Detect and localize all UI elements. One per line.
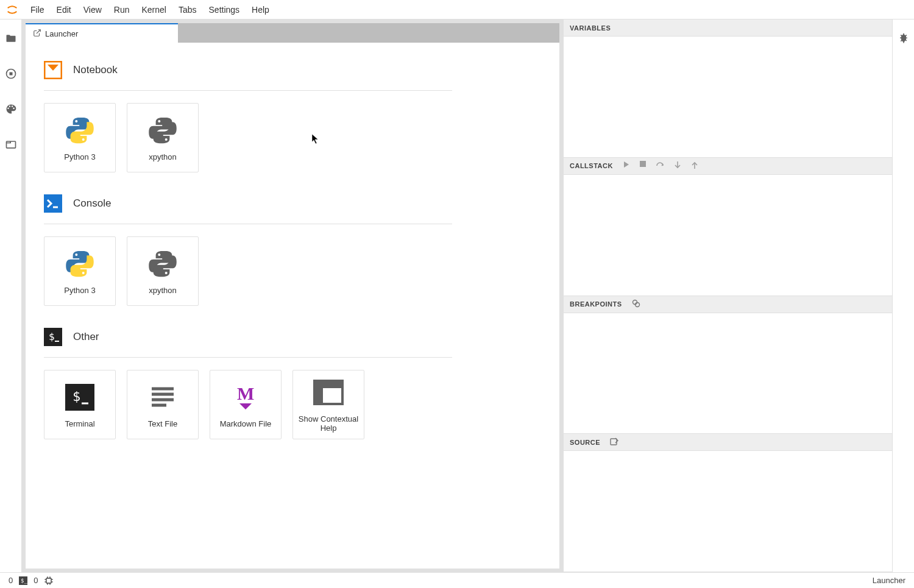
status-terminals-count[interactable]: 0 <box>34 576 38 585</box>
main-area: Launcher Notebook <box>0 19 914 572</box>
dock-panel: Launcher Notebook <box>22 19 914 572</box>
notebook-section-icon <box>44 61 62 79</box>
stop-icon[interactable] <box>640 161 646 171</box>
card-label: xpython <box>146 152 179 161</box>
debug-panel: VARIABLES CALLSTACK <box>563 19 892 572</box>
status-kernel-icon[interactable] <box>44 576 54 586</box>
status-terminal-icon[interactable]: $_ <box>19 576 27 585</box>
debug-callstack-header[interactable]: CALLSTACK <box>564 158 892 175</box>
menu-tabs[interactable]: Tabs <box>172 2 203 17</box>
external-link-icon <box>33 29 41 39</box>
debug-section-title: SOURCE <box>570 439 600 446</box>
text-file-icon <box>148 381 177 413</box>
svg-text:$: $ <box>73 389 80 404</box>
tabs-icon[interactable] <box>2 135 20 154</box>
terminal-icon: $ <box>65 381 94 413</box>
menu-settings[interactable]: Settings <box>203 2 246 17</box>
python-icon <box>64 115 96 146</box>
palette-icon[interactable] <box>2 100 20 118</box>
card-label: Terminal <box>62 419 97 428</box>
section-other-header: $ Other <box>44 328 452 346</box>
debug-section-title: VARIABLES <box>570 24 611 32</box>
svg-text:M: M <box>237 383 254 403</box>
open-source-icon[interactable] <box>610 437 618 447</box>
python-icon <box>64 248 96 280</box>
debug-breakpoints-body <box>564 313 892 434</box>
launcher-card-notebook-python3[interactable]: Python 3 <box>44 103 116 172</box>
menu-edit[interactable]: Edit <box>51 2 77 17</box>
menu-run[interactable]: Run <box>108 2 136 17</box>
card-label: Python 3 <box>62 286 97 295</box>
launcher-card-markdown[interactable]: M Markdown File <box>210 370 282 439</box>
svg-rect-1 <box>9 73 12 76</box>
launcher-card-console-python3[interactable]: Python 3 <box>44 236 116 306</box>
debug-source-header[interactable]: SOURCE <box>564 434 892 451</box>
launcher-card-terminal[interactable]: $ Terminal <box>44 370 116 439</box>
launcher-card-notebook-xpython[interactable]: xpython <box>127 103 199 172</box>
menu-view[interactable]: View <box>77 2 108 17</box>
launcher-panel: Launcher Notebook <box>22 19 563 572</box>
card-label: xpython <box>146 286 179 295</box>
launcher-card-contextual-help[interactable]: Show Contextual Help <box>292 370 364 439</box>
remove-breakpoints-icon[interactable] <box>632 299 640 309</box>
svg-rect-19 <box>314 381 342 388</box>
section-notebook-header: Notebook <box>44 61 452 79</box>
section-console-title: Console <box>73 197 111 210</box>
card-label: Markdown File <box>218 419 274 428</box>
menu-help[interactable]: Help <box>246 2 275 17</box>
svg-text:$_: $_ <box>21 578 27 584</box>
section-notebook-title: Notebook <box>73 64 118 76</box>
tab-label: Launcher <box>45 29 78 38</box>
section-other-title: Other <box>73 331 99 343</box>
xpython-icon <box>147 248 179 280</box>
console-section-icon <box>44 194 62 213</box>
debug-source-body <box>564 451 892 572</box>
launcher-card-textfile[interactable]: Text File <box>127 370 199 439</box>
svg-rect-28 <box>46 578 51 583</box>
section-console-header: Console <box>44 194 452 213</box>
menu-file[interactable]: File <box>24 2 51 17</box>
debug-variables-body <box>564 37 892 157</box>
svg-text:$: $ <box>49 331 55 342</box>
running-icon[interactable] <box>2 65 20 83</box>
continue-icon[interactable] <box>623 161 630 171</box>
card-label: Text File <box>146 419 180 428</box>
svg-point-23 <box>632 300 637 305</box>
markdown-icon: M <box>231 381 260 413</box>
debug-callstack-body <box>564 175 892 296</box>
statusbar: 0 $_ 0 Launcher <box>0 572 914 588</box>
contextual-help-icon <box>313 377 344 408</box>
debug-section-title: CALLSTACK <box>570 162 613 169</box>
step-over-icon[interactable] <box>656 161 664 171</box>
svg-point-24 <box>635 303 639 307</box>
tabbar: Launcher <box>26 23 559 43</box>
debug-variables-header[interactable]: VARIABLES <box>564 19 892 37</box>
step-in-icon[interactable] <box>674 161 681 171</box>
launcher-body: Notebook Python 3 <box>26 43 559 569</box>
xpython-icon <box>147 115 179 146</box>
svg-rect-20 <box>640 161 646 167</box>
left-sidebar <box>0 19 22 572</box>
status-mode[interactable]: Launcher <box>873 576 905 585</box>
menu-kernel[interactable]: Kernel <box>135 2 172 17</box>
card-label: Python 3 <box>62 152 97 161</box>
status-notebooks-count[interactable]: 0 <box>9 576 13 585</box>
other-section-icon: $ <box>44 328 62 346</box>
debug-breakpoints-header[interactable]: BREAKPOINTS <box>564 296 892 313</box>
right-sidebar <box>892 19 914 572</box>
menubar: File Edit View Run Kernel Tabs Settings … <box>0 0 914 19</box>
svg-rect-4 <box>44 194 62 213</box>
step-out-icon[interactable] <box>691 161 698 171</box>
svg-rect-25 <box>611 439 617 445</box>
folder-icon[interactable] <box>2 29 20 48</box>
launcher-card-console-xpython[interactable]: xpython <box>127 236 199 306</box>
bug-icon[interactable] <box>895 29 913 48</box>
tab-launcher[interactable]: Launcher <box>26 23 178 43</box>
card-label: Show Contextual Help <box>293 414 364 433</box>
debug-section-title: BREAKPOINTS <box>570 300 622 308</box>
jupyter-logo-icon <box>5 2 19 17</box>
